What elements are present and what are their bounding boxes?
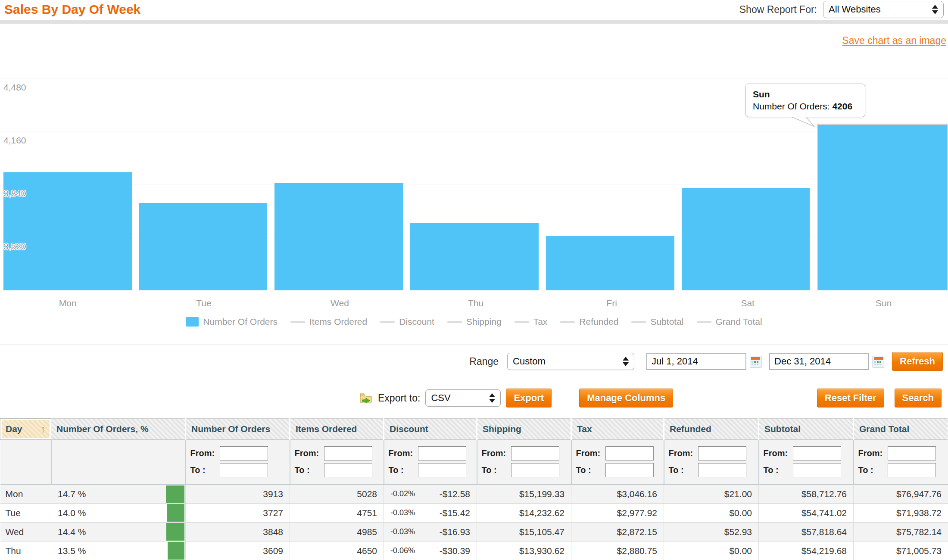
filter-tax-from-input[interactable] <box>605 446 654 460</box>
column-header-discount[interactable]: Discount <box>384 419 477 440</box>
filter-to-label: To : <box>669 465 698 475</box>
cell-grand-total: $76,947.76 <box>854 485 948 504</box>
filter-orders-to-input[interactable] <box>220 463 268 477</box>
bar-fri[interactable] <box>546 236 674 290</box>
filter-grand_total-from-input[interactable] <box>888 446 936 460</box>
filter-shipping-to-input[interactable] <box>511 463 559 477</box>
discount-percent: -0.03% <box>390 508 415 517</box>
filter-refunded-from-input[interactable] <box>698 446 746 460</box>
calendar-from-button[interactable] <box>750 356 761 367</box>
calendar-to-button[interactable] <box>873 356 884 367</box>
bar-tue[interactable] <box>139 203 268 290</box>
legend-item-items-ordered[interactable]: Items Ordered <box>290 317 367 327</box>
filter-items-to-input[interactable] <box>324 463 372 477</box>
tooltip-value-line: Number Of Orders: 4206 <box>753 101 858 112</box>
bar-wed[interactable] <box>274 183 403 290</box>
discount-percent: -0.06% <box>390 546 415 555</box>
filter-subtotal-from-input[interactable] <box>793 446 841 460</box>
column-header-label: Refunded <box>670 424 711 434</box>
legend-item-discount[interactable]: Discount <box>380 317 434 327</box>
column-header-refunded[interactable]: Refunded <box>664 419 759 440</box>
date-from-input[interactable] <box>646 353 746 370</box>
legend-label: Discount <box>399 317 434 327</box>
legend-dash-icon <box>380 321 395 323</box>
search-button[interactable]: Search <box>895 389 942 408</box>
select-arrows-icon <box>617 357 634 366</box>
legend-dash-icon <box>697 321 711 323</box>
range-select[interactable]: Custom <box>507 353 634 370</box>
column-header-label: Shipping <box>483 424 521 434</box>
discount-amount: -$16.93 <box>440 527 470 537</box>
filter-cell-grand_total: From:To : <box>854 440 948 485</box>
filter-grand_total-to-input[interactable] <box>888 463 936 477</box>
orders-pct-label: 14.4 % <box>58 527 86 537</box>
cell-refunded: $0.00 <box>664 541 759 560</box>
refresh-button[interactable]: Refresh <box>892 352 943 371</box>
export-button[interactable]: Export <box>506 389 552 408</box>
filter-items-from-input[interactable] <box>324 446 372 460</box>
filter-from-label: From: <box>669 448 698 458</box>
filter-to-row: To : <box>576 463 659 477</box>
column-header-inner: Subtotal <box>764 424 853 434</box>
column-header-orders[interactable]: Number Of Orders <box>186 419 290 440</box>
filter-subtotal-to-input[interactable] <box>793 463 841 477</box>
filter-from-label: From: <box>576 448 605 458</box>
x-axis-label-sat: Sat <box>683 298 812 309</box>
export-format-select[interactable]: CSV <box>425 389 501 407</box>
reset-filter-button[interactable]: Reset Filter <box>817 389 884 408</box>
cell-shipping: $14,232.62 <box>477 504 571 523</box>
column-header-label: Tax <box>577 424 592 434</box>
calendar-icon <box>750 356 761 367</box>
legend-label: Subtotal <box>650 317 683 327</box>
column-header-subtotal[interactable]: Subtotal <box>759 419 854 440</box>
range-toolbar: Range Custom Refresh <box>0 345 948 378</box>
orders-pct-bar <box>167 504 184 522</box>
filter-actions: Reset Filter Search <box>817 389 942 408</box>
x-axis-label-fri: Fri <box>547 298 676 309</box>
cell-grand-total: $75,782.14 <box>854 523 948 541</box>
manage-columns-button[interactable]: Manage Columns <box>579 389 673 408</box>
column-header-shipping[interactable]: Shipping <box>477 419 571 440</box>
column-header-inner: Number Of Orders <box>191 424 289 434</box>
filter-cell-items: From:To : <box>290 440 384 485</box>
save-chart-link[interactable]: Save chart as an image <box>842 35 946 46</box>
legend-item-subtotal[interactable]: Subtotal <box>631 317 683 327</box>
cell-discount: -0.06%-$30.39 <box>384 541 477 560</box>
filter-orders-from-input[interactable] <box>220 446 268 460</box>
discount-percent: -0.03% <box>390 527 415 536</box>
filter-cell-tax: From:To : <box>571 440 664 485</box>
filter-refunded-to-input[interactable] <box>698 463 746 477</box>
orders-pct-label: 13.5 % <box>58 546 86 556</box>
column-header-items[interactable]: Items Ordered <box>290 419 384 440</box>
legend-item-shipping[interactable]: Shipping <box>447 317 502 327</box>
bar-sun[interactable] <box>817 124 948 290</box>
chart-bars <box>3 124 948 290</box>
filter-shipping-from-input[interactable] <box>511 446 559 460</box>
filter-to-label: To : <box>764 465 793 475</box>
date-to-input[interactable] <box>769 353 869 370</box>
filter-tax-to-input[interactable] <box>605 463 654 477</box>
legend-dash-icon <box>290 321 305 323</box>
filter-discount-from-input[interactable] <box>418 446 466 460</box>
column-header-day[interactable]: Day↑ <box>0 419 51 440</box>
legend-item-tax[interactable]: Tax <box>515 317 548 327</box>
column-header-grand_total[interactable]: Grand Total <box>854 419 948 440</box>
cell-day: Wed <box>0 523 51 541</box>
cell-orders: 3913 <box>186 485 290 504</box>
column-header-label: Subtotal <box>764 424 801 434</box>
legend-item-number-of-orders[interactable]: Number Of Orders <box>186 317 278 327</box>
orders-pct-bar <box>168 542 184 560</box>
bar-thu[interactable] <box>410 223 539 290</box>
cell-tax: $2,977.92 <box>571 504 664 523</box>
legend-item-refunded[interactable]: Refunded <box>560 317 618 327</box>
legend-item-grand-total[interactable]: Grand Total <box>697 317 762 327</box>
discount-amount: -$15.42 <box>440 508 470 518</box>
bar-sat[interactable] <box>682 188 810 290</box>
export-toolbar: Export to: CSV Export Manage Columns Res… <box>0 388 948 408</box>
column-header-tax[interactable]: Tax <box>571 419 664 440</box>
column-header-orders_pct[interactable]: Number Of Orders, % <box>51 419 186 440</box>
y-axis-label: 3,520 <box>3 241 26 252</box>
filter-discount-to-input[interactable] <box>418 463 466 477</box>
website-filter-select[interactable]: All Websites <box>823 1 944 18</box>
filter-from-label: From: <box>764 448 793 458</box>
